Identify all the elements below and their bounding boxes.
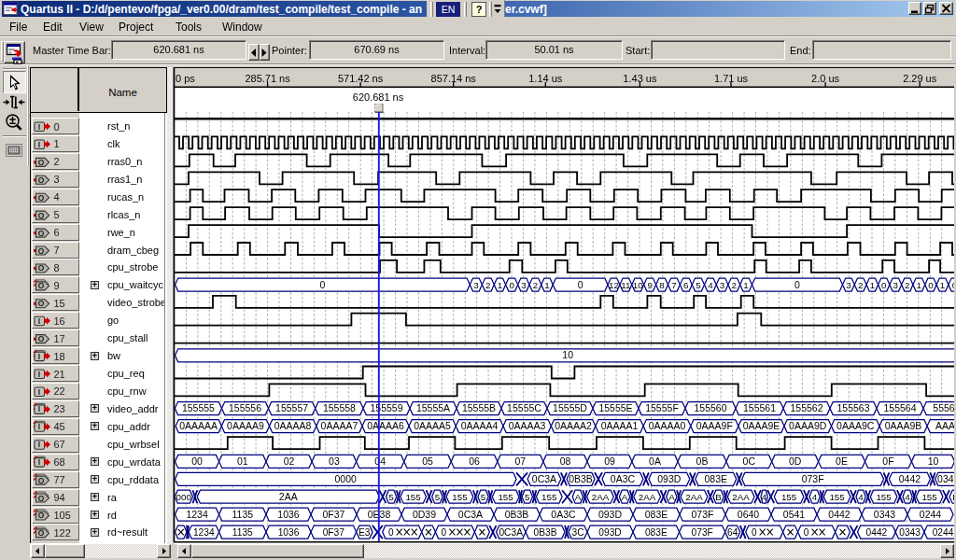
svg-text:I: I: [38, 316, 40, 326]
svg-text:O: O: [38, 246, 45, 256]
svg-text:O: O: [38, 334, 45, 343]
svg-text:O: O: [38, 299, 45, 308]
svg-text:O: O: [38, 193, 45, 203]
svg-text:O: O: [38, 229, 45, 238]
svg-text:O: O: [38, 263, 45, 273]
svg-text:I: I: [38, 387, 40, 397]
svg-text:I: I: [38, 140, 40, 149]
svg-text:O: O: [38, 281, 45, 290]
svg-text:O: O: [38, 175, 45, 185]
svg-text:I: I: [38, 422, 40, 431]
svg-text:I: I: [38, 352, 40, 361]
svg-text:O: O: [38, 211, 45, 220]
svg-text:O: O: [38, 494, 45, 503]
svg-text:O: O: [38, 158, 45, 167]
svg-text:I: I: [38, 370, 40, 379]
svg-text:O: O: [38, 528, 45, 538]
svg-text:I: I: [38, 457, 40, 467]
svg-text:I: I: [38, 440, 40, 449]
svg-text:O: O: [38, 476, 45, 485]
svg-text:O: O: [38, 511, 45, 520]
svg-text:I: I: [38, 404, 40, 413]
svg-text:I: I: [38, 122, 40, 132]
